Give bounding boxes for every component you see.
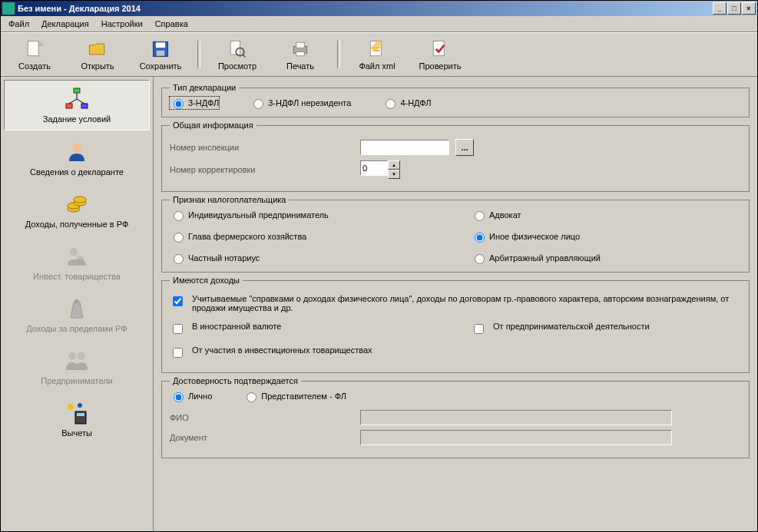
- correction-up-button[interactable]: ▲: [388, 160, 400, 170]
- check-invest[interactable]: От участия в инвестиционных товарищества…: [170, 345, 741, 360]
- sidebar-item-invest[interactable]: Инвест. товарищества: [4, 238, 150, 287]
- radio-self[interactable]: Лично: [170, 390, 212, 402]
- open-button[interactable]: Открыть: [67, 35, 128, 74]
- label-correction: Номер корректировки: [170, 165, 354, 174]
- svg-point-30: [78, 403, 82, 408]
- radio-arbitr[interactable]: Арбитражный управляющий: [471, 252, 741, 264]
- svg-point-20: [72, 143, 81, 152]
- check-biz[interactable]: От предпринимательской деятельности: [471, 322, 741, 336]
- create-button[interactable]: Создать: [4, 35, 65, 74]
- svg-rect-10: [296, 52, 305, 56]
- tree-icon: [65, 87, 89, 111]
- svg-rect-14: [74, 88, 80, 93]
- radio-farm[interactable]: Глава фермерского хозяйства: [170, 230, 440, 243]
- inspection-input[interactable]: [360, 140, 449, 155]
- titlebar: Без имени - Декларация 2014 _ □ ×: [1, 1, 757, 16]
- printer-icon: [290, 38, 311, 60]
- fio-input: [360, 410, 672, 425]
- group-confirm: Достоверность подтверждается Лично Предс…: [161, 376, 750, 458]
- radio-4ndfl[interactable]: 4-НДФЛ: [382, 97, 431, 109]
- floppy-disk-icon: [150, 38, 171, 60]
- sidebar-item-declarant[interactable]: Сведения о декларанте: [4, 134, 150, 183]
- xml-file-icon: [366, 38, 388, 60]
- person-icon: [65, 140, 89, 164]
- radio-notary[interactable]: Частный нотариус: [170, 252, 440, 264]
- sidebar-item-conditions[interactable]: Задание условий: [4, 80, 150, 131]
- save-button[interactable]: Сохранить: [130, 35, 191, 74]
- svg-rect-9: [296, 42, 305, 48]
- calculator-icon: [65, 401, 89, 425]
- radio-3ndfl[interactable]: 3-НДФЛ: [170, 97, 219, 109]
- menu-settings[interactable]: Настройки: [97, 18, 147, 30]
- svg-point-28: [78, 352, 85, 360]
- coins-icon: [65, 192, 89, 216]
- svg-marker-1: [38, 41, 42, 45]
- toolbar-separator: [197, 41, 200, 68]
- toolbar-separator-2: [337, 41, 340, 68]
- print-button[interactable]: Печать: [270, 35, 331, 74]
- svg-line-7: [243, 55, 246, 58]
- menu-file[interactable]: Файл: [4, 18, 34, 30]
- radio-ip[interactable]: Индивидуальный предприниматель: [170, 209, 440, 221]
- svg-rect-3: [156, 42, 165, 48]
- svg-point-25: [70, 248, 78, 256]
- sidebar: Задание условий Сведения о декларанте До…: [1, 77, 154, 531]
- svg-rect-16: [81, 104, 88, 108]
- svg-point-29: [68, 404, 74, 410]
- svg-rect-4: [157, 51, 165, 56]
- group-decl-type: Тип декларации 3-НДФЛ 3-НДФЛ нерезидента…: [161, 83, 750, 117]
- svg-rect-0: [28, 41, 38, 56]
- svg-line-18: [69, 99, 77, 104]
- toolbar: Создать Открыть Сохранить Просмотр Печат…: [1, 32, 757, 77]
- inspection-browse-button[interactable]: ...: [455, 139, 474, 156]
- money-bag-icon: [65, 296, 89, 321]
- radio-rep[interactable]: Представителем - ФЛ: [243, 390, 346, 402]
- correction-input[interactable]: [360, 160, 388, 176]
- label-inspection: Номер инспекции: [170, 143, 354, 152]
- people-icon: [65, 349, 89, 373]
- radio-other[interactable]: Иное физическое лицо: [471, 230, 741, 243]
- svg-point-24: [74, 197, 86, 203]
- group-taxpayer: Признак налогоплательщика Индивидуальный…: [161, 195, 750, 273]
- invest-icon: [65, 244, 89, 269]
- app-icon: [2, 2, 15, 15]
- group-income: Имеются доходы Учитываемые "справками о …: [161, 276, 750, 373]
- app-window: Без имени - Декларация 2014 _ □ × Файл Д…: [0, 0, 758, 532]
- svg-rect-32: [77, 413, 84, 416]
- window-title: Без имени - Декларация 2014: [18, 4, 141, 13]
- sidebar-item-income-rf[interactable]: Доходы, полученные в РФ: [4, 186, 150, 235]
- radio-3ndfl-nr[interactable]: 3-НДФЛ нерезидента: [250, 97, 351, 109]
- label-doc: Документ: [170, 433, 354, 442]
- check-foreign[interactable]: В иностранной валюте: [170, 322, 440, 336]
- magnifier-page-icon: [227, 38, 248, 60]
- new-file-icon: [24, 38, 45, 60]
- doc-input: [360, 430, 672, 445]
- menubar: Файл Декларация Настройки Справка: [1, 16, 757, 32]
- menu-help[interactable]: Справка: [151, 18, 193, 30]
- xml-button[interactable]: Файл xml: [346, 35, 408, 74]
- label-fio: ФИО: [170, 413, 354, 422]
- preview-button[interactable]: Просмотр: [207, 35, 268, 74]
- maximize-button[interactable]: □: [727, 2, 741, 15]
- group-general: Общая информация Номер инспекции ... Ном…: [161, 121, 750, 192]
- check-cert[interactable]: Учитываемые "справками о доходах физичес…: [170, 294, 741, 312]
- check-button[interactable]: Проверить: [409, 35, 471, 74]
- radio-lawyer[interactable]: Адвокат: [471, 209, 741, 221]
- sidebar-item-deductions[interactable]: Вычеты: [4, 395, 150, 444]
- correction-down-button[interactable]: ▼: [388, 170, 400, 179]
- svg-line-19: [77, 99, 84, 104]
- menu-declaration[interactable]: Декларация: [37, 18, 94, 30]
- minimize-button[interactable]: _: [713, 2, 727, 15]
- content-panel: Тип декларации 3-НДФЛ 3-НДФЛ нерезидента…: [154, 77, 757, 531]
- svg-point-27: [68, 352, 76, 360]
- close-button[interactable]: ×: [742, 2, 756, 15]
- svg-rect-15: [66, 104, 72, 108]
- folder-open-icon: [87, 38, 108, 60]
- sidebar-item-income-foreign[interactable]: Доходы за пределами РФ: [4, 290, 150, 339]
- check-page-icon: [429, 38, 451, 60]
- sidebar-item-entrepreneurs[interactable]: Предприниматели: [4, 342, 150, 392]
